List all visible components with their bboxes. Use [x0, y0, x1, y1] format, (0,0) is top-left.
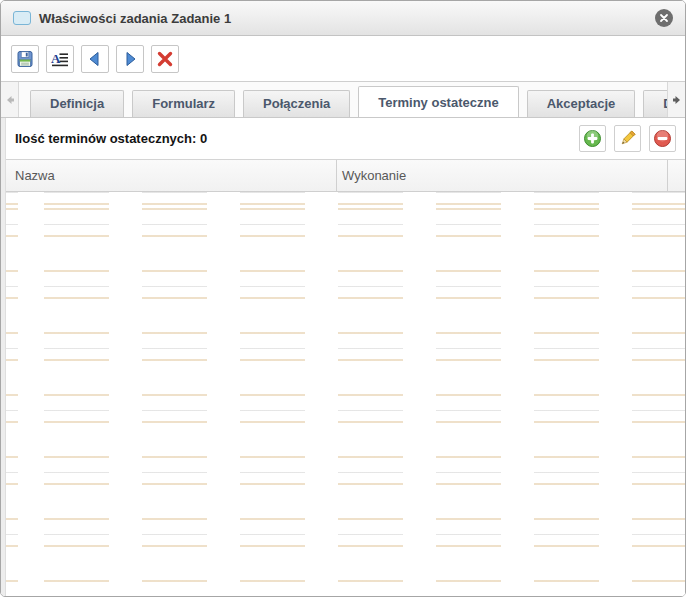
next-arrow-icon — [120, 49, 140, 69]
delete-button[interactable] — [151, 45, 179, 73]
toolbar: A — [1, 36, 685, 82]
tab-do-truncated[interactable]: Do — [643, 90, 667, 117]
column-header-label: Wykonanie — [342, 168, 406, 183]
tab-definicja[interactable]: Definicja — [30, 90, 124, 117]
column-header-wykonanie[interactable]: Wykonanie — [337, 160, 668, 191]
previous-arrow-icon — [85, 49, 105, 69]
remove-deadline-button[interactable] — [649, 125, 676, 152]
tab-label: Połączenia — [263, 96, 330, 111]
tab-scroll-left-button[interactable] — [1, 82, 19, 117]
tabs-row: Definicja Formularz Połączenia Terminy o… — [19, 82, 667, 117]
column-header-nazwa[interactable]: Nazwa — [6, 160, 337, 191]
tab-polaczenia[interactable]: Połączenia — [243, 90, 350, 117]
tab-akceptacje[interactable]: Akceptacje — [527, 90, 636, 117]
window-title: Właściwości zadania Zadanie 1 — [39, 11, 231, 26]
deadlines-table-header: Nazwa Wykonanie — [6, 159, 685, 192]
edit-deadline-button[interactable] — [614, 125, 641, 152]
scroll-right-arrow-icon — [671, 94, 683, 106]
save-button[interactable] — [11, 45, 39, 73]
titlebar: Właściwości zadania Zadanie 1 — [1, 1, 685, 36]
tab-label: Terminy ostateczne — [378, 95, 498, 110]
dialog-icon — [13, 11, 31, 25]
deadline-count-text: Ilość terminów ostatecznych: 0 — [15, 131, 207, 146]
save-floppy-icon — [15, 49, 35, 69]
deadlines-table-body-empty — [6, 192, 685, 596]
deadline-count-value: 0 — [200, 131, 207, 146]
close-button[interactable] — [655, 9, 673, 27]
red-minus-icon — [653, 129, 672, 148]
tab-formularz[interactable]: Formularz — [132, 90, 235, 117]
tab-strip: Definicja Formularz Połączenia Terminy o… — [1, 82, 685, 118]
text-description-icon: A — [50, 49, 70, 69]
tab-label: Akceptacje — [547, 96, 616, 111]
tab-label: Definicja — [50, 96, 104, 111]
column-header-spacer — [668, 160, 685, 191]
tab-label: Formularz — [152, 96, 215, 111]
next-button[interactable] — [116, 45, 144, 73]
tab-scroll-right-button[interactable] — [667, 82, 685, 117]
tab-terminy-ostateczne[interactable]: Terminy ostateczne — [358, 86, 518, 117]
add-deadline-button[interactable] — [579, 125, 606, 152]
deadlines-panel: Ilość terminów ostatecznych: 0 — [5, 118, 685, 596]
close-icon — [659, 13, 669, 23]
scroll-left-arrow-icon — [4, 94, 16, 106]
deadline-count-label: Ilość terminów ostatecznych: — [15, 131, 196, 146]
deadlines-subbar: Ilość terminów ostatecznych: 0 — [6, 118, 685, 159]
pencil-icon — [618, 129, 637, 148]
task-properties-window: Właściwości zadania Zadanie 1 — [0, 0, 686, 597]
red-x-icon — [155, 49, 175, 69]
column-header-label: Nazwa — [15, 168, 55, 183]
description-button[interactable]: A — [46, 45, 74, 73]
previous-button[interactable] — [81, 45, 109, 73]
tab-content-panel: Ilość terminów ostatecznych: 0 — [1, 118, 685, 596]
deadline-actions — [579, 125, 676, 152]
green-plus-icon — [583, 129, 602, 148]
